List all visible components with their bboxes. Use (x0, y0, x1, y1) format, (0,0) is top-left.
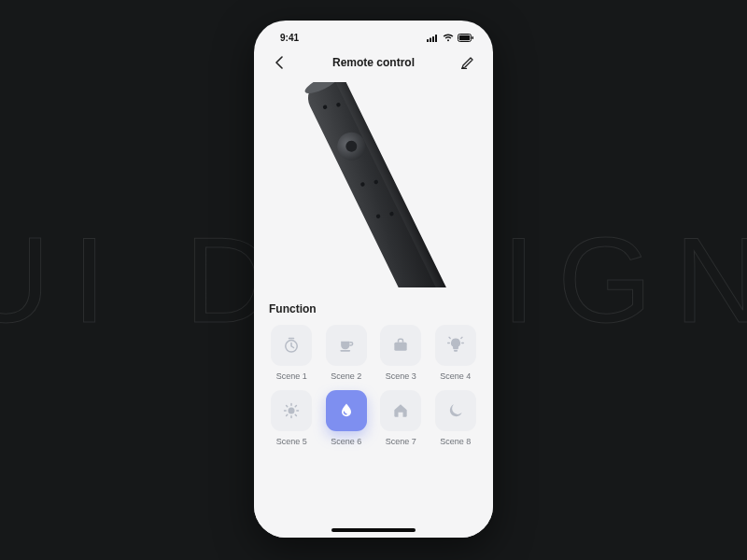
svg-rect-21 (454, 350, 458, 352)
scene-grid: Scene 1 Scene 2 Scene 3 Scene 4 (269, 325, 478, 446)
scene-button-7[interactable] (380, 390, 421, 431)
home-indicator[interactable] (331, 528, 416, 532)
bulb-icon (446, 336, 465, 355)
scene-item-5: Scene 5 (269, 390, 315, 446)
cup-icon (337, 336, 356, 355)
scene-item-6: Scene 6 (324, 390, 370, 446)
scene-item-2: Scene 2 (324, 325, 370, 381)
svg-rect-3 (435, 35, 437, 42)
home-icon (391, 401, 410, 420)
svg-rect-19 (340, 350, 350, 352)
svg-rect-5 (459, 35, 470, 39)
back-button[interactable] (269, 52, 289, 73)
sun-icon (282, 401, 301, 420)
wifi-icon (443, 34, 454, 42)
functions-title: Function (269, 302, 478, 315)
scene-label: Scene 8 (440, 437, 471, 446)
pencil-icon (461, 56, 474, 69)
scene-label: Scene 2 (331, 371, 361, 381)
functions-panel: Function Scene 1 Scene 2 Scene 3 (254, 293, 493, 538)
scene-item-7: Scene 7 (378, 390, 424, 446)
scene-button-1[interactable] (271, 325, 312, 366)
svg-rect-0 (427, 39, 429, 42)
scene-button-3[interactable] (380, 325, 421, 366)
svg-rect-6 (472, 36, 474, 39)
scene-item-8: Scene 8 (433, 390, 479, 446)
drop-icon (337, 401, 356, 420)
status-indicators (427, 34, 474, 42)
scene-item-1: Scene 1 (269, 325, 315, 381)
timer-icon (282, 336, 301, 355)
scene-label: Scene 5 (276, 437, 307, 446)
scene-label: Scene 3 (386, 371, 416, 381)
scene-button-5[interactable] (271, 390, 312, 431)
battery-icon (458, 34, 474, 42)
scene-button-4[interactable] (435, 325, 476, 366)
svg-rect-2 (432, 36, 434, 42)
scene-button-6[interactable] (326, 390, 367, 431)
svg-point-22 (289, 408, 295, 414)
phone-frame: 9:41 Remote control (254, 21, 493, 538)
scene-label: Scene 7 (386, 437, 416, 446)
page-title: Remote control (332, 56, 415, 69)
scene-label: Scene 1 (276, 371, 307, 381)
status-bar: 9:41 (254, 21, 493, 49)
nav-bar: Remote control (254, 49, 493, 77)
chevron-left-icon (275, 56, 284, 69)
scene-button-8[interactable] (435, 390, 476, 431)
scene-item-4: Scene 4 (433, 325, 479, 381)
briefcase-icon (391, 336, 410, 355)
product-image (254, 77, 493, 293)
scene-button-2[interactable] (326, 325, 367, 366)
scene-item-3: Scene 3 (378, 325, 424, 381)
svg-rect-1 (430, 37, 431, 42)
moon-icon (446, 401, 465, 420)
scene-label: Scene 4 (440, 371, 471, 381)
status-time: 9:41 (280, 33, 299, 43)
svg-rect-20 (395, 343, 407, 351)
edit-button[interactable] (458, 52, 478, 73)
scene-label: Scene 6 (331, 437, 361, 446)
signal-icon (427, 34, 439, 42)
